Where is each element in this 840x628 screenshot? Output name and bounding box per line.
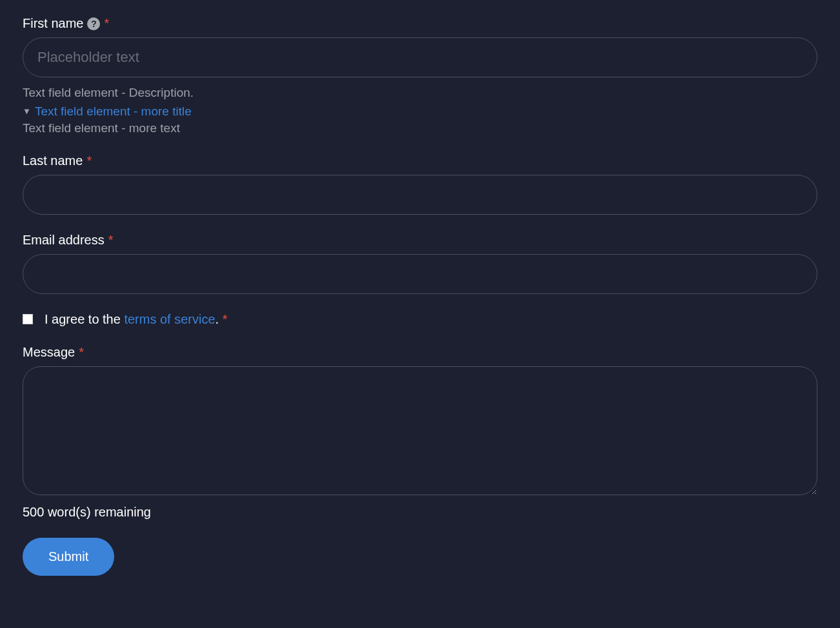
required-marker: * <box>223 312 228 326</box>
message-label-row: Message * <box>23 345 817 360</box>
message-textarea[interactable] <box>23 366 817 495</box>
required-marker: * <box>104 16 109 31</box>
first-name-description: Text field element - Description. <box>23 84 817 102</box>
first-name-input[interactable] <box>23 37 817 77</box>
email-input[interactable] <box>23 254 817 294</box>
terms-of-service-link[interactable]: terms of service <box>124 312 215 326</box>
agree-text-wrapper: I agree to the terms of service. * <box>45 312 228 327</box>
first-name-group: First name ? * Text field element - Desc… <box>23 16 817 135</box>
submit-button[interactable]: Submit <box>23 538 114 576</box>
agree-checkbox[interactable] <box>23 314 33 324</box>
message-label: Message <box>23 345 75 360</box>
required-marker: * <box>108 233 114 248</box>
agree-label[interactable]: I agree to the terms of service. * <box>23 312 817 327</box>
message-group: Message * 500 word(s) remaining <box>23 345 817 520</box>
first-name-more-link[interactable]: Text field element - more title <box>35 104 192 119</box>
triangle-down-icon: ▼ <box>23 106 31 116</box>
first-name-more-text: Text field element - more text <box>23 121 817 135</box>
email-label: Email address <box>23 233 105 248</box>
last-name-label: Last name <box>23 153 83 168</box>
first-name-more-toggle[interactable]: ▼ Text field element - more title <box>23 104 817 119</box>
agree-suffix: . <box>215 312 219 326</box>
agree-group: I agree to the terms of service. * <box>23 312 817 327</box>
last-name-input[interactable] <box>23 175 817 215</box>
email-label-row: Email address * <box>23 233 817 248</box>
word-count: 500 word(s) remaining <box>23 505 817 520</box>
first-name-label-row: First name ? * <box>23 16 817 31</box>
required-marker: * <box>86 153 92 168</box>
last-name-group: Last name * <box>23 153 817 215</box>
email-group: Email address * <box>23 233 817 294</box>
agree-prefix: I agree to the <box>45 312 124 326</box>
last-name-label-row: Last name * <box>23 153 817 168</box>
help-icon[interactable]: ? <box>87 17 100 30</box>
required-marker: * <box>79 345 84 360</box>
first-name-label: First name <box>23 16 83 31</box>
